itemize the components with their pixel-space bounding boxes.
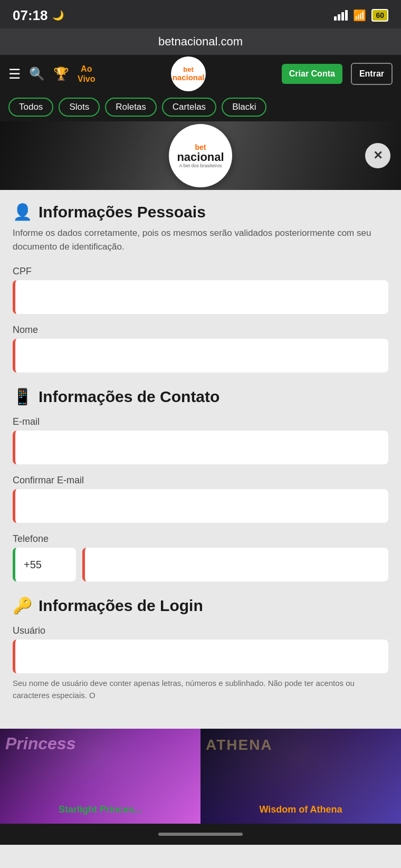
cpf-input[interactable] <box>13 280 388 314</box>
usuario-field-group: Usuário Seu nome de usuário deve conter … <box>13 625 388 701</box>
moon-icon: 🌙 <box>52 9 64 21</box>
email-input[interactable] <box>13 431 388 464</box>
home-bar <box>0 824 401 845</box>
nav-logo-area: bet nacional <box>104 56 273 91</box>
search-icon[interactable]: 🔍 <box>29 66 45 81</box>
modal-close-button[interactable]: ✕ <box>365 143 390 168</box>
form-area: 👤 Informações Pessoais Informe os dados … <box>0 190 401 729</box>
category-tabs: Todos Slots Roletas Cartelas Blacki <box>0 93 401 121</box>
status-bar: 07:18 🌙 📶 60 <box>0 0 401 28</box>
home-indicator <box>158 833 243 836</box>
tab-todos[interactable]: Todos <box>8 98 53 117</box>
nome-field-group: Nome <box>13 325 388 373</box>
contact-section-title: Informações de Contato <box>39 388 219 406</box>
contact-section-divider: 📱 Informações de Contato <box>13 387 388 406</box>
confirm-email-field-group: Confirmar E-mail <box>13 475 388 523</box>
hero-logo-container: bet nacional A bet dos brasileiros <box>169 124 232 187</box>
person-icon: 👤 <box>13 203 32 221</box>
personal-section-desc: Informe os dados corretamente, pois os m… <box>13 226 388 253</box>
email-label: E-mail <box>13 416 388 427</box>
criar-conta-button[interactable]: Criar Conta <box>282 64 342 84</box>
tab-slots[interactable]: Slots <box>59 98 100 117</box>
login-section-divider: 🔑 Informações de Login <box>13 596 388 615</box>
browser-bar: betnacional.com <box>0 28 401 55</box>
telefone-label: Telefone <box>13 533 388 545</box>
usuario-hint: Seu nome de usuário deve conter apenas l… <box>13 678 388 701</box>
cpf-label: CPF <box>13 266 388 277</box>
phone-row: +55 <box>13 548 388 581</box>
game-title-athena: Wisdom of Athena <box>259 804 342 815</box>
personal-section-header: 👤 Informações Pessoais <box>13 203 388 221</box>
tab-roletas[interactable]: Roletas <box>105 98 157 117</box>
telefone-field-group: Telefone +55 <box>13 533 388 581</box>
ao-vivo-button[interactable]: Ao Vivo <box>78 64 96 84</box>
hero-logo-nacional: nacional <box>177 151 224 163</box>
url-display: betnacional.com <box>158 35 243 49</box>
phone-country-selector[interactable]: +55 <box>13 548 76 581</box>
game-title-starlight: Starlight Princes... <box>59 804 142 815</box>
login-section-header: 🔑 Informações de Login <box>13 596 388 615</box>
personal-section-title: Informações Pessoais <box>39 203 206 221</box>
nav-logo-text: bet nacional <box>173 66 205 82</box>
wifi-icon: 📶 <box>353 9 366 22</box>
confirm-email-label: Confirmar E-mail <box>13 475 388 486</box>
hero-logo-sub: A bet dos brasileiros <box>179 163 222 168</box>
usuario-input[interactable] <box>13 640 388 673</box>
tab-cartelas[interactable]: Cartelas <box>162 98 216 117</box>
cpf-field-group: CPF <box>13 266 388 314</box>
entrar-button[interactable]: Entrar <box>351 63 393 85</box>
bottom-games-strip: Princess Starlight Princes... ATHENA Wis… <box>0 729 401 824</box>
game-card-athena[interactable]: ATHENA Wisdom of Athena <box>200 729 401 824</box>
nome-label: Nome <box>13 325 388 336</box>
nav-bar: ☰ 🔍 🏆 Ao Vivo bet nacional Criar Conta E… <box>0 55 401 93</box>
hero-logo-circle: bet nacional A bet dos brasileiros <box>169 124 232 187</box>
nome-input[interactable] <box>13 339 388 373</box>
status-time: 07:18 <box>13 7 48 24</box>
phone-icon: 📱 <box>13 387 32 406</box>
status-icons: 📶 60 <box>334 9 388 22</box>
nav-logo: bet nacional <box>171 56 206 91</box>
game-card-starlight[interactable]: Princess Starlight Princes... <box>0 729 200 824</box>
battery-level: 60 <box>371 9 388 22</box>
contact-section-header: 📱 Informações de Contato <box>13 387 388 406</box>
usuario-label: Usuário <box>13 625 388 636</box>
menu-icon[interactable]: ☰ <box>8 66 21 82</box>
email-field-group: E-mail <box>13 416 388 464</box>
confirm-email-input[interactable] <box>13 489 388 523</box>
trophy-icon[interactable]: 🏆 <box>53 66 69 81</box>
tab-blacki[interactable]: Blacki <box>222 98 266 117</box>
hero-banner: bet nacional A bet dos brasileiros ✕ <box>0 121 401 190</box>
login-section-title: Informações de Login <box>39 597 203 615</box>
signal-bars-icon <box>334 10 348 21</box>
phone-number-input[interactable] <box>82 548 388 581</box>
key-icon: 🔑 <box>13 596 32 615</box>
